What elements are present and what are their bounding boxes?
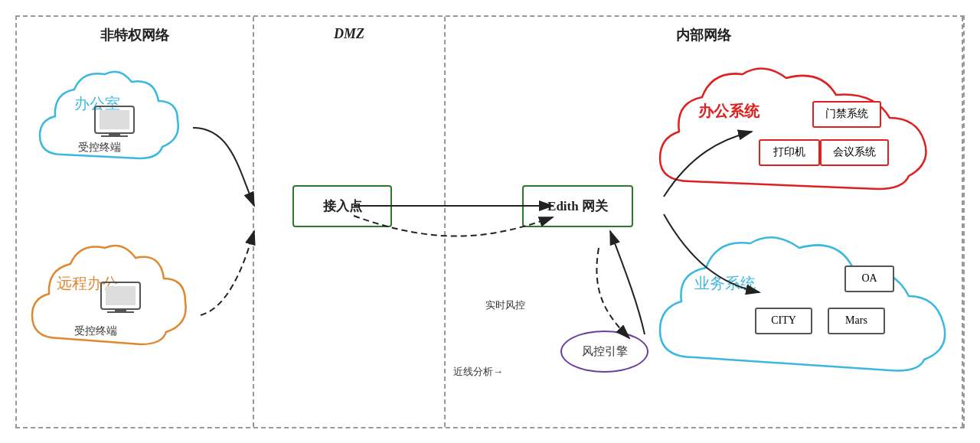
biz-sys-cloud: 业务系统 xyxy=(652,223,959,384)
mars-box: Mars xyxy=(828,308,885,334)
svg-rect-11 xyxy=(106,286,136,305)
door-access-box: 门禁系统 xyxy=(812,101,881,128)
zone-right-label: 内部网络 xyxy=(676,26,731,44)
nearline-label: 近线分析→ xyxy=(453,365,503,379)
remote-monitor-icon xyxy=(100,281,142,315)
zone-right: 内部网络 Edith 网关 办公系统 门禁系统 打印机 会议系统 业务系统 OA xyxy=(446,17,963,427)
svg-text:办公系统: 办公系统 xyxy=(697,103,760,119)
zone-mid-label: DMZ xyxy=(334,26,364,42)
svg-rect-5 xyxy=(100,110,129,129)
office-sys-cloud: 办公系统 xyxy=(652,55,943,208)
diagram-container: 非特权网络 办公室 受控终端 远程办公 受控终端 DMZ xyxy=(15,15,965,428)
realtime-label: 实时风控 xyxy=(485,298,525,312)
zone-left: 非特权网络 办公室 受控终端 远程办公 受控终端 xyxy=(17,17,254,427)
svg-text:业务系统: 业务系统 xyxy=(694,275,756,292)
risk-engine-oval: 风控引擎 xyxy=(560,331,648,373)
city-box: CITY xyxy=(755,308,812,334)
office-monitor-icon xyxy=(93,105,136,139)
zone-left-label: 非特权网络 xyxy=(100,26,169,44)
zone-mid: DMZ 接入点 xyxy=(254,17,446,427)
edith-gateway-box: Edith 网关 xyxy=(522,185,633,227)
access-point-box: 接入点 xyxy=(292,185,392,227)
printer-box: 打印机 xyxy=(759,139,820,166)
svg-text:受控终端: 受控终端 xyxy=(74,325,117,337)
conference-box: 会议系统 xyxy=(820,139,889,166)
oa-box: OA xyxy=(844,265,894,292)
svg-text:受控终端: 受控终端 xyxy=(78,142,121,153)
